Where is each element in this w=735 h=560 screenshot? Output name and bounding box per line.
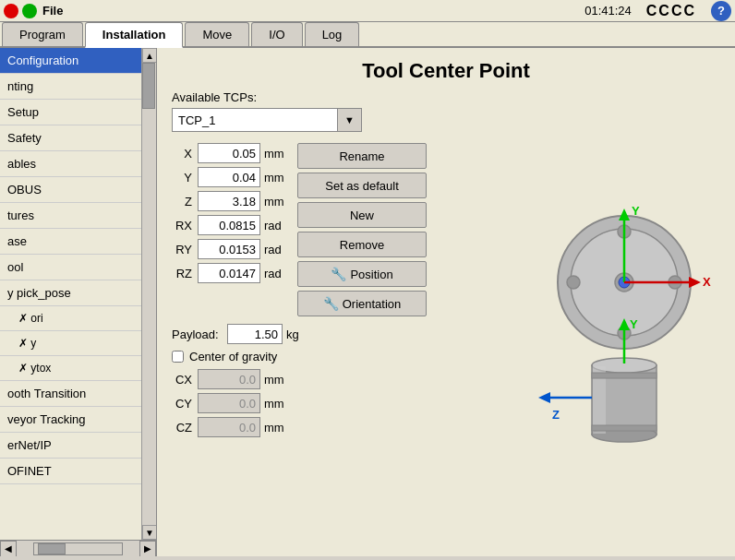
sidebar-item-pick-pose[interactable]: y pick_pose: [0, 280, 141, 306]
tab-program[interactable]: Program: [2, 22, 83, 46]
available-tcps-label: Available TCPs:: [172, 90, 480, 104]
sidebar-item-safety[interactable]: Safety: [0, 125, 141, 151]
sidebar-items: Configuration nting Setup Safety ables O…: [0, 48, 156, 484]
svg-text:Y: Y: [632, 204, 640, 218]
field-cz-input: [198, 417, 260, 437]
sidebar-item-setup[interactable]: Setup: [0, 100, 141, 125]
scroll-up-button[interactable]: ▲: [142, 48, 156, 63]
sidebar-item-conveyor[interactable]: veyor Tracking: [0, 407, 141, 433]
field-ry-input[interactable]: [198, 239, 260, 259]
dropdown-arrow-button[interactable]: ▼: [338, 108, 362, 132]
scroll-track: [142, 63, 156, 525]
page-title: Tool Center Point: [157, 48, 735, 90]
maximize-icon[interactable]: [22, 4, 37, 18]
field-cx-input: [198, 369, 260, 389]
sidebar-item-y[interactable]: ✗ y: [0, 331, 141, 356]
tab-installation[interactable]: Installation: [85, 22, 184, 48]
title-right: 01:41:24 CCCC ?: [584, 1, 731, 21]
scroll-right-button[interactable]: ▶: [139, 541, 156, 557]
field-rx-row: RX rad: [172, 215, 290, 235]
svg-marker-12: [689, 277, 701, 288]
window-controls: [4, 4, 37, 18]
sidebar-item-features[interactable]: tures: [0, 203, 141, 229]
field-y-row: Y mm: [172, 167, 290, 187]
scroll-thumb[interactable]: [142, 63, 155, 109]
svg-rect-18: [592, 373, 657, 378]
sidebar-item-ori[interactable]: ✗ ori: [0, 306, 141, 331]
field-y-input[interactable]: [198, 167, 260, 187]
title-bar: File 01:41:24 CCCC ?: [0, 0, 735, 22]
field-x-label: X: [172, 147, 198, 161]
field-rx-input[interactable]: [198, 215, 260, 235]
field-rz-label: RZ: [172, 267, 198, 280]
field-cy-unit: mm: [264, 397, 290, 411]
help-button[interactable]: ?: [711, 1, 731, 21]
tab-io[interactable]: I/O: [251, 22, 302, 46]
field-rz-row: RZ rad: [172, 263, 290, 283]
action-buttons: Rename Set as default New Remove 🔧 Posit…: [297, 143, 427, 316]
field-cz-unit: mm: [264, 421, 290, 435]
sidebar-item-ethernet[interactable]: erNet/IP: [0, 433, 141, 459]
sidebar-item-smooth-transition[interactable]: ooth Transition: [0, 381, 141, 407]
tab-move[interactable]: Move: [185, 22, 249, 46]
svg-point-5: [567, 276, 580, 289]
svg-marker-9: [619, 209, 630, 220]
field-z-label: Z: [172, 195, 198, 209]
field-z-input[interactable]: [198, 191, 260, 211]
field-cx-unit: mm: [264, 373, 290, 387]
sidebar-item-profinet[interactable]: OFINET: [0, 459, 141, 484]
field-cy-input: [198, 393, 260, 413]
sidebar-item-mounting[interactable]: nting: [0, 74, 141, 100]
sidebar-item-tool[interactable]: ool: [0, 255, 141, 280]
tcp-dropdown-row: TCP_1 ▼: [172, 108, 480, 132]
field-cz-label: CZ: [172, 421, 198, 435]
new-button[interactable]: New: [297, 202, 427, 228]
svg-rect-19: [592, 425, 657, 431]
field-x-row: X mm: [172, 143, 290, 163]
field-z-unit: mm: [264, 195, 290, 209]
tab-log[interactable]: Log: [305, 22, 360, 46]
field-y-label: Y: [172, 171, 198, 185]
center-of-gravity-checkbox[interactable]: [172, 351, 184, 363]
sidebar-item-base[interactable]: ase: [0, 229, 141, 255]
field-ry-label: RY: [172, 243, 198, 256]
field-cz-row: CZ mm: [172, 417, 480, 437]
field-x-unit: mm: [264, 147, 290, 161]
payload-input[interactable]: [227, 324, 283, 344]
clock: 01:41:24: [584, 4, 632, 18]
field-z-row: Z mm: [172, 191, 290, 211]
svg-text:Y: Y: [630, 317, 638, 331]
field-ry-row: RY rad: [172, 239, 290, 259]
robot-id: CCCC: [646, 3, 696, 19]
sidebar-item-ytox[interactable]: ✗ ytox: [0, 356, 141, 381]
h-scroll-thumb[interactable]: [38, 543, 66, 554]
rename-button[interactable]: Rename: [297, 143, 427, 169]
field-x-input[interactable]: [198, 143, 260, 163]
close-icon[interactable]: [4, 4, 18, 18]
field-rz-input[interactable]: [198, 263, 260, 283]
sidebar-item-modbus[interactable]: OBUS: [0, 177, 141, 203]
scroll-left-button[interactable]: ◀: [0, 541, 17, 557]
wrench-icon-position: 🔧: [331, 267, 346, 281]
tab-bar: Program Installation Move I/O Log: [0, 22, 735, 48]
remove-button[interactable]: Remove: [297, 232, 427, 257]
tcp-diagram-svg: Y X: [504, 195, 717, 453]
orientation-button[interactable]: 🔧 Orientation: [297, 291, 427, 316]
field-ry-unit: rad: [264, 243, 290, 256]
field-rx-unit: rad: [264, 219, 290, 232]
h-scroll-track: [33, 542, 123, 555]
sidebar-item-variables[interactable]: ables: [0, 151, 141, 177]
svg-text:Z: Z: [552, 408, 560, 422]
set-as-default-button[interactable]: Set as default: [297, 173, 427, 198]
sidebar-item-configuration[interactable]: Configuration: [0, 48, 141, 74]
wrench-icon-orientation: 🔧: [323, 296, 339, 311]
form-area: Available TCPs: TCP_1 ▼ X mm: [157, 90, 735, 556]
tcp-dropdown[interactable]: TCP_1: [172, 108, 338, 132]
tcp-diagram: Y X: [495, 90, 735, 556]
payload-row: Payload: kg: [172, 324, 480, 344]
svg-text:X: X: [703, 275, 711, 289]
fields-and-buttons: X mm Y mm Z: [172, 143, 480, 316]
scroll-down-button[interactable]: ▼: [142, 525, 156, 540]
position-button[interactable]: 🔧 Position: [297, 261, 427, 287]
form-left: Available TCPs: TCP_1 ▼ X mm: [157, 90, 495, 556]
